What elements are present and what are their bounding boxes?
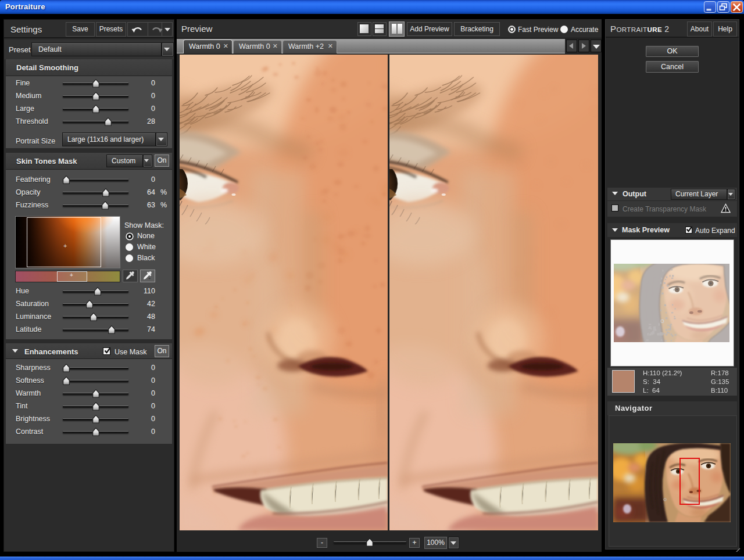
svg-text:+: + bbox=[148, 276, 151, 281]
